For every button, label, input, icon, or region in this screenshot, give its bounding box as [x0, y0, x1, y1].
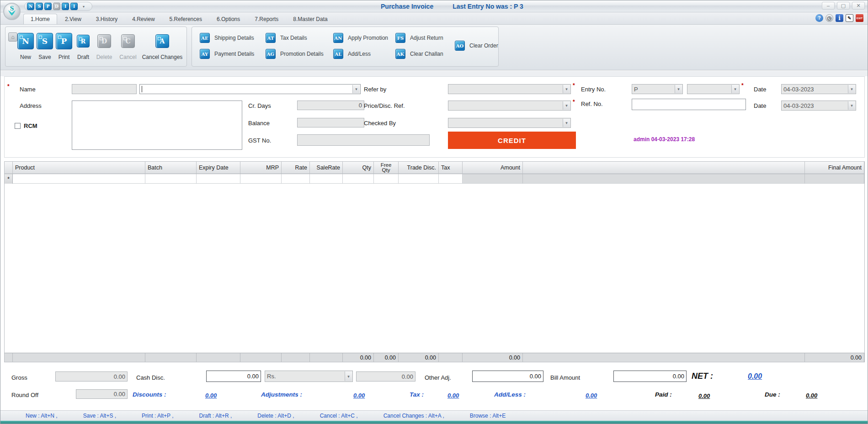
rcm-checkbox[interactable]	[15, 123, 21, 129]
apply-promotion-button[interactable]: AN Apply Promotion	[333, 33, 388, 43]
credit-mode-label: CREDIT	[498, 137, 526, 144]
cell-batch[interactable]	[145, 174, 197, 184]
date-label-2: Date	[754, 102, 766, 109]
schemes-icon[interactable]: ◷	[825, 14, 833, 22]
totals-mrp	[240, 353, 282, 362]
due-label: Due :	[765, 391, 780, 398]
due-value[interactable]: 0.00	[806, 392, 817, 399]
currency-arrow-icon[interactable]	[345, 371, 352, 381]
qat-print-icon[interactable]: P	[44, 3, 52, 10]
adjust-return-button[interactable]: FS Adjust Return	[395, 33, 443, 43]
clear-order-button[interactable]: AO Clear Order	[455, 41, 498, 51]
add-less-total-value[interactable]: 0.00	[586, 392, 597, 399]
col-salerate[interactable]: SaleRate	[310, 162, 343, 174]
shipping-details-button[interactable]: AE Shipping Details	[200, 33, 254, 43]
tab-history[interactable]: 3.History	[89, 14, 124, 24]
totals-tax	[439, 353, 463, 362]
cell-product[interactable]	[13, 174, 145, 184]
entry-date-value: 04-03-2023	[783, 86, 814, 93]
payment-details-button[interactable]: AY Payment Details	[200, 49, 254, 59]
col-expiry-date[interactable]: Expiry Date	[197, 162, 240, 174]
maximize-button[interactable]: ▢	[837, 2, 850, 10]
info-icon[interactable]: i	[836, 14, 843, 22]
app-logo-icon[interactable]: S	[3, 3, 21, 20]
bill-amount-value: 0.00	[673, 373, 684, 380]
new-button[interactable]: N New	[16, 31, 36, 60]
adjustments-value[interactable]: 0.00	[353, 392, 365, 399]
entry-date-arrow-icon[interactable]	[848, 85, 855, 93]
clear-challan-button[interactable]: AK Clear Challan	[395, 49, 443, 59]
print-button[interactable]: P Print	[54, 31, 74, 60]
qat-item-icon[interactable]: I	[62, 3, 69, 10]
currency-dropdown[interactable]: Rs.	[265, 371, 353, 382]
tax-details-button[interactable]: AT Tax Details	[266, 33, 307, 43]
cash-disc-input[interactable]: 0.00	[206, 371, 261, 382]
col-trade-disc[interactable]: Trade Disc.	[399, 162, 439, 174]
cell-free-qty[interactable]	[374, 174, 399, 184]
qat-new-icon[interactable]: N	[27, 3, 34, 10]
name-input[interactable]	[139, 84, 361, 94]
ref-date-picker[interactable]: 04-03-2023	[781, 101, 856, 111]
entry-prefix-arrow-icon	[675, 85, 682, 93]
col-qty[interactable]: Qty	[343, 162, 374, 174]
help-icon[interactable]: ?	[815, 14, 823, 22]
shortcut-cancel-changes: Cancel Changes : Alt+A ,	[383, 413, 444, 419]
paid-value[interactable]: 0.00	[698, 392, 710, 399]
col-free-qty[interactable]: Free Qty	[374, 162, 399, 174]
ref-no-input[interactable]	[632, 99, 746, 110]
grid-new-row: *	[5, 174, 864, 184]
cell-tax[interactable]	[439, 174, 463, 184]
col-batch[interactable]: Batch	[145, 162, 197, 174]
col-rate[interactable]: Rate	[282, 162, 310, 174]
minimize-button[interactable]: –	[822, 2, 835, 10]
cell-rate[interactable]	[282, 174, 310, 184]
entry-required-marker: *	[741, 82, 744, 89]
other-adj-input[interactable]: 0.00	[472, 371, 543, 382]
totals-batch	[145, 353, 197, 362]
exit-icon[interactable]: EXIT	[856, 14, 863, 22]
cancel-changes-button[interactable]: A Cancel Changes	[139, 31, 186, 60]
totals-qty: 0.00	[343, 353, 374, 362]
draft-button[interactable]: R Draft	[73, 31, 93, 60]
col-amount[interactable]: Amount	[463, 162, 523, 174]
tax-total-value[interactable]: 0.00	[447, 392, 459, 399]
save-button[interactable]: S Save	[35, 31, 55, 60]
tab-home[interactable]: 1.Home	[23, 14, 57, 24]
cell-trade-disc[interactable]	[399, 174, 439, 184]
add-less-button[interactable]: AL Add/Less	[333, 49, 371, 59]
col-final-amount[interactable]: Final Amount	[805, 162, 864, 174]
tab-options[interactable]: 6.Options	[210, 14, 247, 24]
payment-details-icon: AY	[200, 49, 210, 59]
tab-references[interactable]: 5.References	[163, 14, 209, 24]
tab-reports[interactable]: 7.Reports	[248, 14, 285, 24]
col-product[interactable]: Product	[13, 162, 145, 174]
col-tax[interactable]: Tax	[439, 162, 463, 174]
qat-save-icon[interactable]: S	[36, 3, 43, 10]
qat-item2-icon[interactable]: I	[70, 3, 78, 10]
address-textarea[interactable]	[72, 101, 242, 150]
net-value[interactable]: 0.00	[748, 372, 762, 381]
qat-customize-icon[interactable]: ▾	[83, 5, 85, 9]
window-controls: – ▢ ✕	[822, 2, 865, 10]
tab-review[interactable]: 4.Review	[125, 14, 161, 24]
promotion-details-button[interactable]: AG Promotion Details	[266, 49, 324, 59]
tab-master-data[interactable]: 8.Master Data	[286, 14, 334, 24]
cell-expiry-date[interactable]	[197, 174, 240, 184]
grid-corner-cell[interactable]	[5, 162, 13, 174]
cell-qty[interactable]	[343, 174, 374, 184]
entry-date-picker[interactable]: 04-03-2023	[781, 84, 856, 94]
discounts-value[interactable]: 0.00	[205, 392, 217, 399]
close-button[interactable]: ✕	[852, 2, 865, 10]
other-adj-value: 0.00	[530, 373, 541, 380]
bill-amount-input[interactable]: 0.00	[613, 371, 687, 382]
credit-mode-button[interactable]: CREDIT	[448, 132, 576, 149]
col-mrp[interactable]: MRP	[240, 162, 282, 174]
cell-mrp[interactable]	[240, 174, 282, 184]
add-less-icon: AL	[333, 49, 343, 59]
ref-date-arrow-icon[interactable]	[848, 101, 855, 110]
shortcut-delete: Delete : Alt+D ,	[257, 413, 294, 419]
notes-icon[interactable]: ✎	[846, 14, 853, 22]
tab-view[interactable]: 2.View	[58, 14, 88, 24]
cell-salerate[interactable]	[310, 174, 343, 184]
name-dropdown-arrow-icon[interactable]	[352, 85, 360, 93]
